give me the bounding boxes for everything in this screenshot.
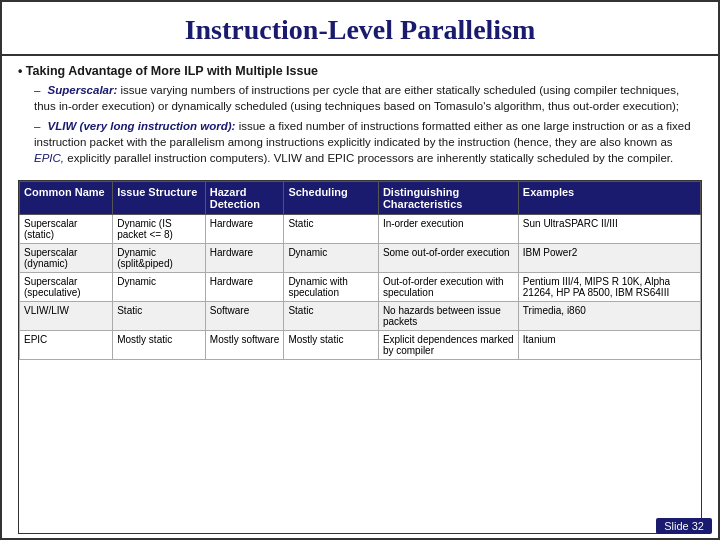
slide-title: Instruction-Level Parallelism bbox=[22, 14, 698, 46]
table-cell: Dynamic bbox=[113, 273, 206, 302]
table-cell: Mostly static bbox=[284, 331, 379, 360]
table-cell: Superscalar (dynamic) bbox=[20, 244, 113, 273]
content-area: • Taking Advantage of More ILP with Mult… bbox=[2, 56, 718, 538]
table-cell: Hardware bbox=[205, 215, 284, 244]
bullet-main: • Taking Advantage of More ILP with Mult… bbox=[18, 64, 702, 78]
table-row: Superscalar (dynamic)Dynamic (split&pipe… bbox=[20, 244, 701, 273]
title-bar: Instruction-Level Parallelism bbox=[2, 2, 718, 56]
table-cell: Dynamic (split&piped) bbox=[113, 244, 206, 273]
col-common-name: Common Name bbox=[20, 182, 113, 215]
table-row: Superscalar (static)Dynamic (IS packet <… bbox=[20, 215, 701, 244]
table-cell: Hardware bbox=[205, 273, 284, 302]
col-distinguishing: Distinguishing Characteristics bbox=[378, 182, 518, 215]
table-cell: No hazards between issue packets bbox=[378, 302, 518, 331]
table-cell: Mostly software bbox=[205, 331, 284, 360]
table-cell: Pentium III/4, MIPS R 10K, Alpha 21264, … bbox=[518, 273, 700, 302]
table-cell: VLIW/LIW bbox=[20, 302, 113, 331]
col-hazard-detection: Hazard Detection bbox=[205, 182, 284, 215]
table-cell: Sun UltraSPARC II/III bbox=[518, 215, 700, 244]
table-cell: Trimedia, i860 bbox=[518, 302, 700, 331]
ilp-table: Common Name Issue Structure Hazard Detec… bbox=[18, 180, 702, 534]
table-cell: Explicit dependences marked by compiler bbox=[378, 331, 518, 360]
table-cell: Software bbox=[205, 302, 284, 331]
table-cell: Static bbox=[113, 302, 206, 331]
table-cell: Static bbox=[284, 215, 379, 244]
table-cell: Hardware bbox=[205, 244, 284, 273]
table-cell: Static bbox=[284, 302, 379, 331]
col-issue-structure: Issue Structure bbox=[113, 182, 206, 215]
table-cell: EPIC bbox=[20, 331, 113, 360]
table-row: EPICMostly staticMostly softwareMostly s… bbox=[20, 331, 701, 360]
table-cell: IBM Power2 bbox=[518, 244, 700, 273]
table-cell: Dynamic bbox=[284, 244, 379, 273]
table-cell: Dynamic with speculation bbox=[284, 273, 379, 302]
table-header-row: Common Name Issue Structure Hazard Detec… bbox=[20, 182, 701, 215]
table-cell: Some out-of-order execution bbox=[378, 244, 518, 273]
bullet-dot: • bbox=[18, 64, 26, 78]
col-examples: Examples bbox=[518, 182, 700, 215]
bullet-section: • Taking Advantage of More ILP with Mult… bbox=[18, 64, 702, 170]
col-scheduling: Scheduling bbox=[284, 182, 379, 215]
table-cell: Out-of-order execution with speculation bbox=[378, 273, 518, 302]
superscalar-bullet: – Superscalar: issue varying numbers of … bbox=[34, 82, 702, 114]
table-cell: Dynamic (IS packet <= 8) bbox=[113, 215, 206, 244]
table-cell: Superscalar (speculative) bbox=[20, 273, 113, 302]
table-row: Superscalar (speculative)DynamicHardware… bbox=[20, 273, 701, 302]
table-cell: Superscalar (static) bbox=[20, 215, 113, 244]
table-cell: Mostly static bbox=[113, 331, 206, 360]
slide-number: Slide 32 bbox=[656, 518, 712, 534]
table-row: VLIW/LIWStaticSoftwareStaticNo hazards b… bbox=[20, 302, 701, 331]
table-cell: In-order execution bbox=[378, 215, 518, 244]
vliw-bullet: – VLIW (very long instruction word): iss… bbox=[34, 118, 702, 166]
table-cell: Itanium bbox=[518, 331, 700, 360]
